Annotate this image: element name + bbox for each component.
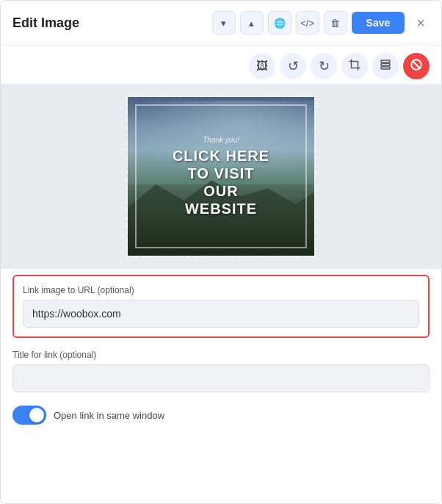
cta-text: CLICK HERE TO VISIT OUR WEBSITE [173, 147, 269, 217]
image-tool-btn[interactable]: 🖼 [249, 53, 275, 79]
code-btn[interactable]: </> [296, 11, 319, 35]
toggle-label: Open link in same window [54, 410, 164, 421]
redo-btn[interactable]: ↻ [311, 53, 337, 79]
layers-icon [379, 58, 392, 74]
image-wrapper: Thank you! CLICK HERE TO VISIT OUR WEBSI… [126, 96, 316, 257]
globe-btn[interactable]: 🌐 [268, 11, 291, 35]
thank-you-text: Thank you! [173, 136, 269, 144]
code-icon: </> [300, 18, 314, 29]
crop-btn[interactable] [341, 53, 368, 79]
undo-icon: ↺ [288, 58, 299, 74]
link-title-input[interactable] [12, 364, 430, 392]
modal-title: Edit Image [12, 15, 79, 31]
image-icon: 🖼 [256, 60, 268, 73]
undo-btn[interactable]: ↺ [280, 53, 306, 79]
image-toolbar: 🖼 ↺ ↻ [1, 46, 441, 84]
link-url-label: Link image to URL (optional) [23, 285, 419, 295]
trash-icon: 🗑 [330, 18, 340, 29]
block-btn[interactable] [403, 53, 430, 79]
header-controls: ▾ ▴ 🌐 </> 🗑 Save × [212, 11, 430, 35]
chevron-up-icon: ▴ [249, 18, 254, 29]
modal-header: Edit Image ▾ ▴ 🌐 </> 🗑 Save × [1, 1, 441, 46]
close-button[interactable]: × [412, 13, 430, 33]
globe-icon: 🌐 [274, 18, 286, 29]
svg-rect-1 [381, 64, 390, 66]
link-title-group: Title for link (optional) [12, 350, 430, 392]
toggle-row: Open link in same window [12, 406, 430, 425]
chevron-down-icon: ▾ [221, 18, 226, 29]
redo-icon: ↻ [319, 58, 330, 74]
image-text-overlay: Thank you! CLICK HERE TO VISIT OUR WEBSI… [161, 130, 281, 223]
delete-btn[interactable]: 🗑 [324, 11, 347, 35]
svg-line-4 [413, 61, 421, 69]
toggle-thumb [29, 408, 44, 422]
image-canvas-area: Thank you! CLICK HERE TO VISIT OUR WEBSI… [1, 84, 441, 269]
block-icon [410, 58, 423, 74]
up-btn[interactable]: ▴ [240, 11, 264, 35]
save-button[interactable]: Save [352, 12, 405, 34]
form-area: Link image to URL (optional) Title for l… [1, 269, 441, 503]
layers-btn[interactable] [372, 53, 399, 79]
crop-icon [348, 58, 361, 74]
link-url-section: Link image to URL (optional) [12, 275, 430, 338]
dropdown-btn[interactable]: ▾ [212, 11, 236, 35]
same-window-toggle[interactable] [12, 406, 46, 425]
svg-rect-0 [381, 60, 390, 62]
edit-image-modal: Edit Image ▾ ▴ 🌐 </> 🗑 Save × 🖼 [0, 0, 442, 504]
svg-rect-2 [381, 67, 390, 69]
link-url-input[interactable] [23, 300, 419, 328]
toggle-track[interactable] [12, 406, 46, 425]
image-preview: Thank you! CLICK HERE TO VISIT OUR WEBSI… [128, 97, 314, 256]
link-title-label: Title for link (optional) [12, 350, 430, 360]
